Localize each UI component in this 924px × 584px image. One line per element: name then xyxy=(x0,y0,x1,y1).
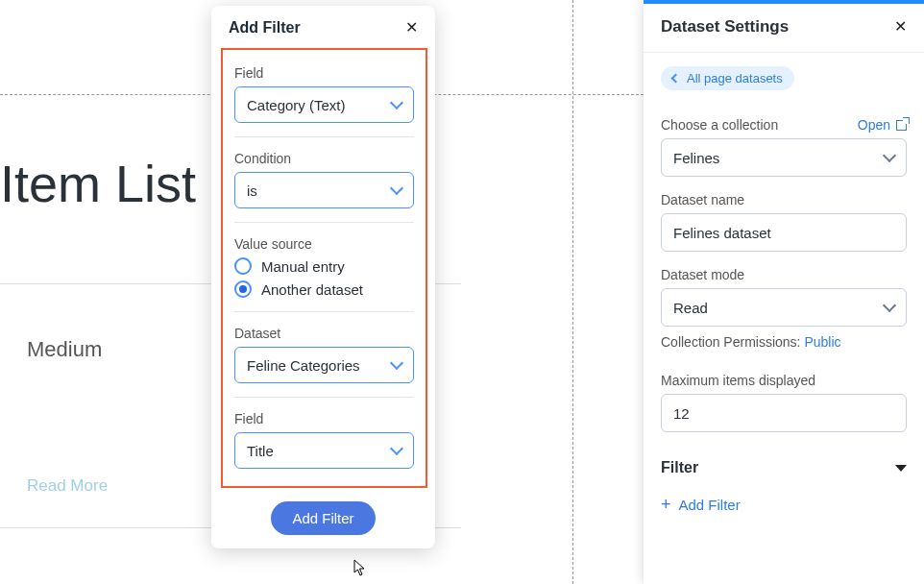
triangle-down-icon xyxy=(895,465,907,472)
panel-header: Dataset Settings ✕ xyxy=(644,4,924,53)
choose-collection-label: Choose a collection xyxy=(661,117,778,133)
condition-group: Condition is xyxy=(234,136,414,208)
field-label: Field xyxy=(234,65,414,81)
dataset-mode-row: Dataset mode xyxy=(661,267,907,282)
condition-select-value: is xyxy=(247,182,257,199)
add-filter-button[interactable]: Add Filter xyxy=(271,501,375,535)
field2-select-value: Title xyxy=(247,443,274,459)
chevron-down-icon xyxy=(883,149,896,162)
radio-icon xyxy=(234,257,252,275)
modal-title: Add Filter xyxy=(229,19,301,36)
external-link-icon xyxy=(896,120,907,131)
dataset-mode-select[interactable]: Read xyxy=(661,288,907,327)
dataset-mode-value: Read xyxy=(673,300,708,316)
add-filter-link-label: Add Filter xyxy=(679,497,741,513)
add-filter-modal: Add Filter ✕ Field Category (Text) Condi… xyxy=(211,6,435,548)
panel-body: Choose a collection Open Felines Dataset… xyxy=(644,98,924,513)
page-heading: Item List xyxy=(0,154,196,213)
dataset-name-label: Dataset name xyxy=(661,192,744,207)
dataset-group: Dataset Feline Categories xyxy=(234,311,414,383)
open-link-text: Open xyxy=(858,117,890,133)
dataset-select-value: Feline Categories xyxy=(247,357,360,374)
dataset-settings-panel: Dataset Settings ✕ All page datasets Cho… xyxy=(644,0,924,584)
dataset-name-row: Dataset name xyxy=(661,192,907,207)
max-items-row: Maximum items displayed xyxy=(661,373,907,388)
permissions-text: Collection Permissions: Public xyxy=(661,334,907,350)
cursor-icon xyxy=(353,559,369,579)
choose-collection-row: Choose a collection Open xyxy=(661,117,907,133)
guide-line-v xyxy=(572,0,573,584)
chevron-down-icon xyxy=(390,182,403,195)
dataset-mode-label: Dataset mode xyxy=(661,267,744,282)
permissions-label: Collection Permissions: xyxy=(661,334,801,350)
dataset-name-input[interactable] xyxy=(661,213,907,252)
radio-label: Manual entry xyxy=(261,258,345,275)
max-items-label: Maximum items displayed xyxy=(661,373,815,388)
back-to-datasets-pill[interactable]: All page datasets xyxy=(661,66,794,90)
value-source-group: Value source Manual entry Another datase… xyxy=(234,222,414,298)
permissions-link[interactable]: Public xyxy=(804,334,840,350)
filter-accordion-header[interactable]: Filter xyxy=(661,459,907,476)
modal-header: Add Filter ✕ xyxy=(211,6,435,48)
radio-icon xyxy=(234,280,252,298)
condition-select[interactable]: is xyxy=(234,172,414,208)
dataset-label: Dataset xyxy=(234,326,414,341)
panel-title: Dataset Settings xyxy=(661,17,789,36)
add-filter-link[interactable]: + Add Filter xyxy=(661,496,907,513)
chevron-down-icon xyxy=(883,299,896,312)
radio-label: Another dataset xyxy=(261,281,363,298)
field-select[interactable]: Category (Text) xyxy=(234,86,414,123)
field2-group: Field Title xyxy=(234,397,414,469)
radio-manual-entry[interactable]: Manual entry xyxy=(234,257,414,275)
field-select-value: Category (Text) xyxy=(247,97,346,113)
plus-icon: + xyxy=(661,496,671,513)
collection-select-value: Felines xyxy=(673,150,719,166)
open-collection-link[interactable]: Open xyxy=(858,117,907,133)
chevron-down-icon xyxy=(390,96,403,110)
field2-select[interactable]: Title xyxy=(234,432,414,469)
filter-header-label: Filter xyxy=(661,459,698,476)
field2-label: Field xyxy=(234,411,414,426)
field-group: Field Category (Text) xyxy=(234,65,414,123)
close-icon[interactable]: ✕ xyxy=(405,20,418,36)
pill-label: All page datasets xyxy=(687,71,783,85)
condition-label: Condition xyxy=(234,151,414,166)
chevron-left-icon xyxy=(671,74,681,84)
value-source-label: Value source xyxy=(234,236,414,252)
chevron-down-icon xyxy=(390,356,403,370)
close-icon[interactable]: ✕ xyxy=(894,19,907,35)
read-more-link[interactable]: Read More xyxy=(27,476,108,496)
item-card-text: Medium xyxy=(27,337,102,362)
collection-select[interactable]: Felines xyxy=(661,138,907,177)
chevron-down-icon xyxy=(390,442,403,455)
filter-form-highlight: Field Category (Text) Condition is Value… xyxy=(221,48,427,488)
radio-another-dataset[interactable]: Another dataset xyxy=(234,280,414,298)
dataset-select[interactable]: Feline Categories xyxy=(234,347,414,383)
max-items-input[interactable] xyxy=(661,394,907,432)
